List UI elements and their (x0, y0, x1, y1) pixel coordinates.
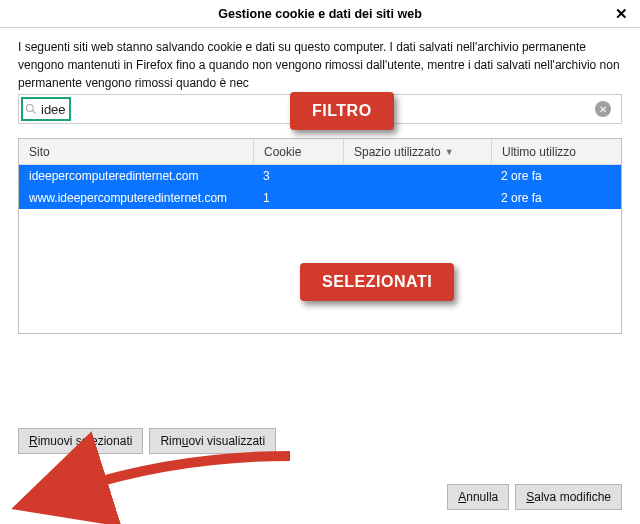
cookie-table: Sito Cookie Spazio utilizzato ▼ Ultimo u… (18, 138, 622, 334)
sort-desc-icon: ▼ (445, 147, 454, 157)
clear-search-icon[interactable]: ✕ (595, 101, 611, 117)
cell-site: ideepercomputeredinternet.com (19, 169, 253, 183)
col-header-space[interactable]: Spazio utilizzato ▼ (343, 139, 491, 164)
save-button[interactable]: Salva modifiche (515, 484, 622, 510)
right-button-group: Annulla Salva modifiche (447, 484, 622, 510)
col-header-last[interactable]: Ultimo utilizzo (491, 139, 621, 164)
title-bar: Gestione cookie e dati dei siti web ✕ (0, 0, 640, 28)
table-header: Sito Cookie Spazio utilizzato ▼ Ultimo u… (19, 139, 621, 165)
close-icon[interactable]: ✕ (610, 3, 632, 25)
cell-cookie: 1 (253, 191, 343, 205)
col-header-cookie[interactable]: Cookie (253, 139, 343, 164)
intro-text: I seguenti siti web stanno salvando cook… (18, 38, 622, 92)
window-title: Gestione cookie e dati dei siti web (218, 7, 422, 21)
remove-selected-button[interactable]: Rimuovi selezionati (18, 428, 143, 454)
table-body: ideepercomputeredinternet.com 3 2 ore fa… (19, 165, 621, 333)
col-header-space-label: Spazio utilizzato (354, 145, 441, 159)
callout-selected: SELEZIONATI (300, 263, 454, 301)
remove-shown-button[interactable]: Rimuovi visualizzati (149, 428, 276, 454)
table-row[interactable]: ideepercomputeredinternet.com 3 2 ore fa (19, 165, 621, 187)
cell-cookie: 3 (253, 169, 343, 183)
cell-site: www.ideepercomputeredinternet.com (19, 191, 253, 205)
table-row[interactable]: www.ideepercomputeredinternet.com 1 2 or… (19, 187, 621, 209)
cell-last: 2 ore fa (491, 191, 621, 205)
left-button-group: Rimuovi selezionati Rimuovi visualizzati (18, 428, 276, 454)
cancel-button[interactable]: Annulla (447, 484, 509, 510)
svg-line-1 (33, 111, 36, 114)
svg-point-0 (27, 105, 34, 112)
callout-filter: FILTRO (290, 92, 394, 130)
search-icon (25, 103, 37, 115)
cell-last: 2 ore fa (491, 169, 621, 183)
col-header-site[interactable]: Sito (19, 139, 253, 164)
